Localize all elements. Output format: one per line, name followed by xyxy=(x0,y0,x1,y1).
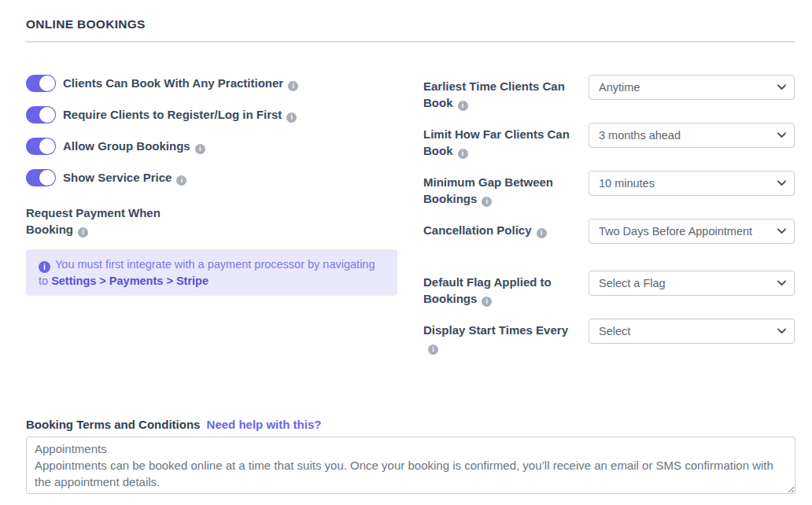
toggle-knob xyxy=(39,170,55,186)
toggle-label: Require Clients to Register/Log in First xyxy=(63,108,297,123)
settings-columns: Clients Can Book With Any Practitioner R… xyxy=(26,42,795,367)
page-title: ONLINE BOOKINGS xyxy=(26,17,795,31)
setting-label-text: Limit How Far Clients Can Book xyxy=(423,127,570,157)
toggle-label-text: Require Clients to Register/Log in First xyxy=(63,108,282,121)
terms-header: Booking Terms and Conditions Need help w… xyxy=(26,416,795,433)
toggle-knob xyxy=(39,107,55,123)
setting-row-display-start-times: Display Start Times Every Select xyxy=(423,319,795,367)
select-wrap: Two Days Before Appointment xyxy=(589,219,795,244)
toggle-label: Show Service Price xyxy=(63,171,186,186)
show-service-price-toggle[interactable] xyxy=(26,169,56,186)
need-help-link[interactable]: Need help with this? xyxy=(207,418,322,431)
toggle-label: Allow Group Bookings xyxy=(63,139,205,154)
payment-label-text: Request Payment When Booking xyxy=(26,206,161,236)
info-icon[interactable] xyxy=(482,197,492,207)
toggle-row-group-bookings: Allow Group Bookings xyxy=(26,138,397,155)
info-icon[interactable] xyxy=(482,297,492,307)
setting-label: Display Start Times Every xyxy=(423,319,589,355)
select-wrap: Anytime xyxy=(589,75,795,100)
limit-how-far-clients-can-book-select[interactable]: 3 months ahead xyxy=(589,123,795,148)
info-icon[interactable] xyxy=(286,112,297,123)
toggle-knob xyxy=(39,138,55,154)
info-icon[interactable] xyxy=(176,175,186,186)
select-wrap: 10 minutes xyxy=(589,171,795,196)
setting-label: Cancellation Policy xyxy=(423,219,589,238)
info-icon[interactable] xyxy=(458,149,468,159)
setting-label-text: Display Start Times Every xyxy=(423,323,568,337)
payment-settings-path: Settings > Payments > Stripe xyxy=(51,275,209,287)
terms-label: Booking Terms and Conditions xyxy=(26,418,200,431)
info-icon[interactable] xyxy=(195,144,205,154)
info-icon xyxy=(39,261,50,273)
request-payment-when-booking-label: Request Payment When Booking xyxy=(26,205,183,238)
setting-row-minimum-gap: Minimum Gap Between Bookings 10 minutes xyxy=(423,171,795,219)
info-icon[interactable] xyxy=(458,101,468,111)
booking-terms-textarea[interactable]: Appointments Appointments can be booked … xyxy=(26,437,795,494)
toggle-label-text: Show Service Price xyxy=(63,171,172,184)
toggle-knob xyxy=(39,76,55,91)
online-bookings-settings-page: ONLINE BOOKINGS Clients Can Book With An… xyxy=(0,0,812,497)
section-header: ONLINE BOOKINGS xyxy=(26,17,795,42)
toggle-row-require-register: Require Clients to Register/Log in First xyxy=(26,106,397,123)
clients-can-book-any-practitioner-toggle[interactable] xyxy=(26,75,56,92)
setting-label-text: Earliest Time Clients Can Book xyxy=(423,79,565,109)
allow-group-bookings-toggle[interactable] xyxy=(26,138,56,155)
setting-row-earliest-time: Earliest Time Clients Can Book Anytime xyxy=(423,75,795,123)
select-wrap: Select xyxy=(589,319,795,344)
info-icon[interactable] xyxy=(288,81,298,91)
info-icon[interactable] xyxy=(428,345,438,355)
default-flag-applied-select[interactable]: Select a Flag xyxy=(589,271,795,296)
setting-row-default-flag: Default Flag Applied to Bookings Select … xyxy=(423,271,795,319)
select-wrap: Select a Flag xyxy=(589,271,795,296)
toggle-row-show-service-price: Show Service Price xyxy=(26,169,397,186)
setting-label: Earliest Time Clients Can Book xyxy=(423,75,589,111)
info-icon[interactable] xyxy=(78,227,88,238)
toggle-label-text: Clients Can Book With Any Practitioner xyxy=(63,76,283,90)
toggle-row-clients-can-book: Clients Can Book With Any Practitioner xyxy=(26,75,397,92)
info-icon[interactable] xyxy=(537,228,547,238)
booking-terms-section: Booking Terms and Conditions Need help w… xyxy=(26,416,795,497)
dropdown-settings-column: Earliest Time Clients Can Book Anytime L… xyxy=(423,75,795,367)
toggle-label-text: Allow Group Bookings xyxy=(63,139,190,153)
select-wrap: 3 months ahead xyxy=(589,123,795,148)
setting-label: Default Flag Applied to Bookings xyxy=(423,271,589,307)
require-register-login-toggle[interactable] xyxy=(26,106,56,123)
setting-row-limit-how-far: Limit How Far Clients Can Book 3 months … xyxy=(423,123,795,171)
payment-processor-notice-banner: You must first integrate with a payment … xyxy=(26,249,397,296)
display-start-times-every-select[interactable]: Select xyxy=(589,319,795,344)
earliest-time-clients-can-book-select[interactable]: Anytime xyxy=(589,75,795,100)
toggle-label: Clients Can Book With Any Practitioner xyxy=(63,76,298,91)
toggles-column: Clients Can Book With Any Practitioner R… xyxy=(26,75,397,367)
minimum-gap-between-bookings-select[interactable]: 10 minutes xyxy=(589,171,795,196)
setting-label-text: Cancellation Policy xyxy=(423,223,532,237)
cancellation-policy-select[interactable]: Two Days Before Appointment xyxy=(589,219,795,244)
setting-label: Minimum Gap Between Bookings xyxy=(423,171,589,207)
setting-label: Limit How Far Clients Can Book xyxy=(423,123,589,159)
setting-row-cancellation-policy: Cancellation Policy Two Days Before Appo… xyxy=(423,219,795,267)
